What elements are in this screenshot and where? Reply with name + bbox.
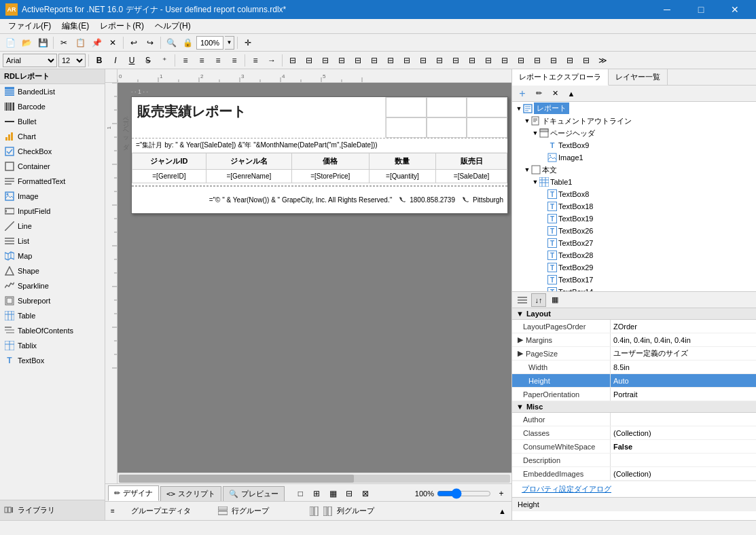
expand-textbox9[interactable] <box>539 140 547 151</box>
zoom-out-btn[interactable]: + <box>494 486 509 501</box>
hscroll-thumb[interactable] <box>119 475 354 483</box>
underline-button[interactable]: U <box>124 53 139 68</box>
minimize-button[interactable]: ─ <box>651 0 683 19</box>
hscroll-track[interactable] <box>119 475 510 483</box>
toolbox-item-line[interactable]: Line <box>0 219 105 234</box>
edit-button[interactable]: ✏ <box>531 87 546 100</box>
prop-value-height[interactable]: Auto <box>611 374 756 387</box>
prop-value-classes[interactable]: (Collection) <box>611 426 756 439</box>
toolbox-item-bandedlist[interactable]: BandedList <box>0 84 105 99</box>
format-btn2[interactable]: ⊟ <box>302 53 317 68</box>
toolbox-item-map[interactable]: Map <box>0 248 105 263</box>
menu-report[interactable]: レポート(R) <box>94 19 149 33</box>
bold-button[interactable]: B <box>92 53 107 68</box>
format-btn16[interactable]: ⊟ <box>530 53 545 68</box>
format-btn8[interactable]: ⊟ <box>399 53 414 68</box>
align-center-button[interactable]: ≡ <box>194 53 209 68</box>
expand-image1[interactable] <box>539 152 547 163</box>
expand-table1[interactable]: ▼ <box>531 177 539 187</box>
expand-pageheader[interactable]: ▼ <box>531 128 539 139</box>
tree-node-textbox14[interactable]: T TextBox14 <box>512 286 756 292</box>
format-btn9[interactable]: ⊟ <box>416 53 431 68</box>
tree-node-textbox26[interactable]: T TextBox26 <box>512 225 756 237</box>
group-editor-chevron[interactable]: ▲ <box>499 507 506 515</box>
expand-textbox17[interactable] <box>539 274 547 285</box>
toolbox-item-sparkline[interactable]: Sparkline <box>0 278 105 293</box>
align-justify-button[interactable]: ≡ <box>227 53 242 68</box>
expand-report[interactable]: ▼ <box>515 103 523 114</box>
move-up-button[interactable]: ▲ <box>564 87 579 100</box>
align-right-button[interactable]: ≡ <box>211 53 226 68</box>
tree-node-textbox28[interactable]: T TextBox28 <box>512 249 756 261</box>
tree-node-textbox18[interactable]: T TextBox18 <box>512 200 756 213</box>
zoom-dropdown[interactable]: ▼ <box>225 36 234 50</box>
prop-value-embeddedimages[interactable]: (Collection) <box>611 467 756 480</box>
toolbox-item-inputfield[interactable]: InputField <box>0 204 105 219</box>
menu-help[interactable]: ヘルプ(H) <box>149 19 196 33</box>
format-btn1[interactable]: ⊟ <box>285 53 300 68</box>
italic-button[interactable]: I <box>108 53 123 68</box>
prop-category-layout[interactable]: ▼ Layout <box>512 308 756 320</box>
tree-node-table1[interactable]: ▼ Table1 <box>512 176 756 188</box>
prop-value-pagesize[interactable]: ユーザー定義のサイズ <box>611 347 756 360</box>
tab-preview[interactable]: 🔍 プレビュー <box>223 486 285 501</box>
format-btn12[interactable]: ⊟ <box>465 53 480 68</box>
view-mode-btn1[interactable]: □ <box>293 486 308 501</box>
expand-textbox29[interactable] <box>539 262 547 273</box>
prop-category-misc[interactable]: ▼ Misc <box>512 401 756 413</box>
tree-node-textbox9[interactable]: T TextBox9 <box>512 139 756 151</box>
tree-node-image1[interactable]: Image1 <box>512 151 756 164</box>
expand-textbox18[interactable] <box>539 201 547 212</box>
tree-node-body[interactable]: ▼ 本文 <box>512 164 756 176</box>
toolbox-item-formattedtext[interactable]: FormattedText <box>0 174 105 189</box>
align-left-button[interactable]: ≡ <box>178 53 193 68</box>
format-btn4[interactable]: ⊟ <box>334 53 349 68</box>
tab-designer[interactable]: ✏ デザイナ <box>108 485 159 501</box>
toolbox-item-container[interactable]: Container <box>0 159 105 174</box>
prop-btn-grid[interactable]: ▦ <box>547 293 562 307</box>
toolbox-item-list[interactable]: List <box>0 234 105 248</box>
expand-textbox28[interactable] <box>539 250 547 261</box>
expand-textbox27[interactable] <box>539 238 547 248</box>
format-btn15[interactable]: ⊟ <box>514 53 528 68</box>
format-btn17[interactable]: ⊟ <box>546 53 561 68</box>
tab-report-explorer[interactable]: レポートエクスプローラ <box>512 69 609 86</box>
toolbox-item-shape[interactable]: Shape <box>0 263 105 278</box>
prop-value-author[interactable] <box>611 413 756 426</box>
canvas-scroll-area[interactable]: · · 1 · · ページヘッダ <box>118 83 511 473</box>
redo-button[interactable]: ↪ <box>143 35 158 50</box>
prop-btn-sort[interactable]: ↓↑ <box>531 293 546 307</box>
delete-explorer-button[interactable]: ✕ <box>547 87 562 100</box>
tree-node-pageheader[interactable]: ▼ ページヘッダ <box>512 127 756 139</box>
prop-value-layoutpagesorder[interactable]: ZOrder <box>611 320 756 333</box>
tree-node-textbox8[interactable]: T TextBox8 <box>512 188 756 200</box>
strikethrough-button[interactable]: S̶ <box>141 53 156 68</box>
zoom-input[interactable] <box>196 36 223 50</box>
tree-node-textbox27[interactable]: T TextBox27 <box>512 237 756 249</box>
expand-textbox8[interactable] <box>539 189 547 200</box>
format-btn10[interactable]: ⊟ <box>432 53 447 68</box>
format-btn19[interactable]: ⊟ <box>579 53 594 68</box>
pointer-button[interactable]: ✛ <box>240 35 255 50</box>
expand-textbox26[interactable] <box>539 225 547 236</box>
cut-button[interactable]: ✂ <box>56 35 71 50</box>
tree-node-textbox29[interactable]: T TextBox29 <box>512 261 756 274</box>
toolbox-item-chart[interactable]: Chart <box>0 129 105 144</box>
format-btn3[interactable]: ⊟ <box>318 53 333 68</box>
format-btn5[interactable]: ⊟ <box>350 53 365 68</box>
prop-value-consumewhitespace[interactable]: False <box>611 440 756 453</box>
prop-expand-margins[interactable]: ▶ <box>518 335 523 344</box>
format-btn18[interactable]: ⊟ <box>562 53 577 68</box>
font-family-select[interactable]: Arial <box>3 54 57 67</box>
open-button[interactable]: 📂 <box>19 35 34 50</box>
toolbox-item-table[interactable]: Table <box>0 308 105 323</box>
paste-button[interactable]: 📌 <box>89 35 104 50</box>
tab-layer-list[interactable]: レイヤー一覧 <box>609 69 668 86</box>
zoom-slider[interactable] <box>437 489 491 498</box>
expand-textbox19[interactable] <box>539 213 547 224</box>
tree-node-docoutline[interactable]: ▼ ドキュメントアウトライン <box>512 115 756 127</box>
format-btn11[interactable]: ⊟ <box>448 53 463 68</box>
format-btn7[interactable]: ⊟ <box>383 53 398 68</box>
expand-docoutline[interactable]: ▼ <box>523 115 531 126</box>
list-button[interactable]: ≡ <box>248 53 263 68</box>
